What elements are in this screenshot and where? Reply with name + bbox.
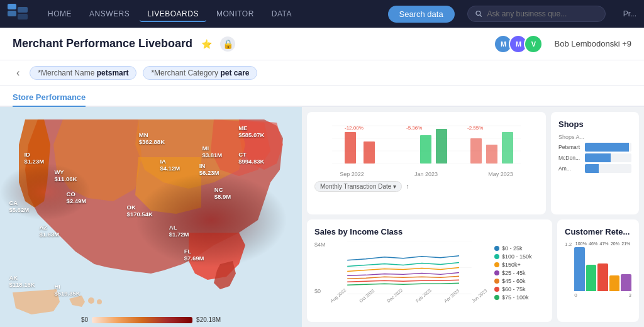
- legend-dot-1: [494, 254, 499, 259]
- income-chart-card: Sales by Income Class $4M $0: [307, 219, 552, 322]
- legend-100-150k: $100 - 150k: [494, 253, 545, 260]
- retention-bars: [574, 247, 631, 291]
- ret-x-0: 0: [574, 292, 577, 298]
- shop-bar-bg-2: [585, 164, 631, 173]
- trend-chart-card: -12.00% -5.36% -2.55% Sep 2022 Jan 2023 …: [307, 112, 546, 214]
- svg-rect-20: [502, 132, 513, 164]
- income-xaxis: Aug 2022 Oct 2022 Dec 2022 Feb 2023 Apr …: [330, 300, 489, 304]
- legend-label-1: $100 - 150k: [502, 253, 532, 260]
- income-legend: $0 - 25k $100 - 150k $150k+ $25 - 4: [494, 241, 545, 304]
- ret-percent-labels: 100% 46% 47% 20% 21%: [574, 241, 631, 246]
- avatar-v: V: [524, 35, 543, 53]
- legend-75-100k: $75 - 100k: [494, 294, 545, 301]
- profile-button[interactable]: Pr...: [623, 9, 636, 18]
- search-data-button[interactable]: Search data: [388, 6, 455, 23]
- ret-bar-3: [609, 275, 620, 291]
- y-label-0: $0: [314, 288, 326, 294]
- ask-input[interactable]: [487, 9, 597, 18]
- nav-home[interactable]: HOME: [40, 6, 79, 22]
- colorbar-max: $20.18M: [196, 316, 221, 323]
- ret-bar-1: [586, 265, 597, 291]
- shop-name-0: Petsmart: [558, 144, 582, 150]
- legend-dot-0: [494, 246, 499, 251]
- svg-rect-9: [0, 107, 302, 296]
- collaborator-name: Bob Lembodonski +9: [554, 39, 631, 48]
- legend-25-45k: $25 - 45k: [494, 270, 545, 276]
- retention-chart-wrapper: 1.2 100% 46% 47% 20% 21%: [565, 241, 631, 298]
- income-yaxis: $4M $0: [314, 241, 326, 294]
- svg-rect-14: [345, 132, 356, 164]
- svg-point-6: [88, 297, 94, 304]
- tab-store-performance[interactable]: Store Performance: [13, 89, 86, 107]
- legend-label-6: $75 - 100k: [502, 294, 529, 301]
- legend-label-0: $0 - 25k: [502, 245, 523, 252]
- shops-bars: Petsmart McDon... Am...: [558, 143, 631, 173]
- legend-label-2: $150k+: [502, 262, 521, 268]
- svg-rect-17: [436, 129, 447, 164]
- legend-dot-4: [494, 279, 499, 284]
- svg-point-4: [476, 11, 480, 16]
- legend-60-75k: $60 - 75k: [494, 286, 545, 292]
- filter-merchant-category[interactable]: *Merchant Category pet care: [143, 66, 257, 80]
- colorbar-strip: [92, 317, 192, 323]
- ret-pct-2: 47%: [599, 241, 608, 246]
- trend-filter-label: Monthly Transaction Date: [320, 183, 391, 190]
- legend-dot-3: [494, 270, 499, 275]
- svg-line-5: [480, 15, 482, 17]
- date-1: Sep 2022: [340, 171, 364, 177]
- income-title: Sales by Income Class: [314, 227, 545, 236]
- income-chart-area: $4M $0: [314, 241, 545, 304]
- date-3: May 2023: [488, 171, 513, 177]
- shop-row-2: Am...: [558, 164, 631, 173]
- nav-liveboards[interactable]: LIVEBOARDS: [140, 6, 206, 22]
- shops-chart-card: Shops Shops A... Petsmart McDon...: [551, 112, 639, 214]
- nav-data[interactable]: DATA: [264, 6, 299, 22]
- svg-rect-1: [8, 11, 16, 16]
- chevron-down-icon: ▾: [393, 183, 396, 190]
- svg-text:-12.00%: -12.00%: [345, 125, 364, 131]
- filter-key-2: *Merchant Category: [151, 69, 220, 77]
- date-2: Jan 2023: [414, 171, 438, 177]
- ret-bar-4: [621, 274, 631, 291]
- svg-point-7: [97, 299, 102, 304]
- nav-monitor[interactable]: MONITOR: [209, 6, 262, 22]
- ret-pct-3: 20%: [611, 241, 619, 246]
- trend-filter-row: Monthly Transaction Date ▾ ↑: [314, 181, 538, 192]
- ask-search-bar[interactable]: [467, 6, 606, 22]
- legend-45-60k: $45 - 60k: [494, 278, 545, 284]
- retention-title: Customer Rete...: [565, 227, 631, 236]
- top-right-row: -12.00% -5.36% -2.55% Sep 2022 Jan 2023 …: [307, 112, 639, 214]
- filter-bar: ‹ *Merchant Name petsmart *Merchant Cate…: [0, 60, 644, 86]
- shops-axis-label: Shops A...: [558, 134, 631, 140]
- trend-dates: Sep 2022 Jan 2023 May 2023: [314, 171, 538, 177]
- svg-rect-16: [420, 135, 431, 164]
- sort-asc-icon[interactable]: ↑: [406, 183, 409, 190]
- svg-rect-19: [486, 145, 497, 164]
- bottom-right-row: Sales by Income Class $4M $0: [307, 219, 639, 322]
- shop-row-0: Petsmart: [558, 143, 631, 152]
- favorite-button[interactable]: ⭐: [199, 36, 214, 52]
- trend-chart-area: -12.00% -5.36% -2.55%: [314, 119, 538, 170]
- legend-dot-2: [494, 262, 499, 267]
- shop-row-1: McDon...: [558, 153, 631, 162]
- map-panel: ID$1.23M WY$11.06K CO$2.49M CA$5.62M AZ$…: [0, 107, 302, 327]
- svg-rect-3: [18, 14, 28, 19]
- svg-rect-0: [8, 4, 16, 9]
- legend-label-4: $45 - 60k: [502, 278, 526, 284]
- y-label-4m: $4M: [314, 241, 326, 248]
- shop-bar-0: [585, 143, 629, 152]
- prev-arrow[interactable]: ‹: [13, 66, 23, 80]
- svg-text:-2.55%: -2.55%: [467, 125, 483, 131]
- filter-merchant-name[interactable]: *Merchant Name petsmart: [30, 66, 136, 80]
- legend-150k-plus: $150k+: [494, 262, 545, 268]
- svg-rect-15: [364, 141, 375, 164]
- logo[interactable]: [8, 4, 28, 24]
- legend-0-25k: $0 - 25k: [494, 245, 545, 252]
- filter-val-1: petsmart: [97, 69, 129, 77]
- legend-dot-5: [494, 287, 499, 292]
- nav-answers[interactable]: ANSWERS: [82, 6, 137, 22]
- colorbar-min: $0: [81, 316, 88, 323]
- shop-bar-2: [585, 164, 599, 173]
- trend-filter-button[interactable]: Monthly Transaction Date ▾: [314, 181, 402, 192]
- lock-button[interactable]: 🔒: [220, 36, 235, 52]
